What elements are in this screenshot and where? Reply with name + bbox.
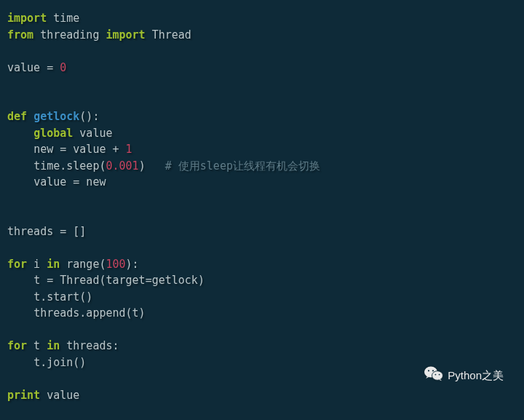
module-threading: threading (40, 28, 99, 41)
num-100: 100 (106, 258, 125, 271)
var-value: value (73, 127, 112, 140)
code-line-7: def getlock(): (7, 110, 99, 123)
indent (7, 143, 33, 156)
kw-from: from (7, 28, 33, 41)
code-line-19: threads.append(t) (7, 306, 146, 320)
module-time: time (53, 12, 79, 25)
code-line-18: t.start() (7, 290, 92, 304)
kw-in: in (47, 258, 60, 271)
assign-new: new = value + (33, 143, 125, 156)
code-line-21: for t in threads: (7, 339, 119, 352)
threads-append: threads.append(t) (33, 306, 146, 320)
watermark: Python之美 (406, 349, 504, 403)
comment-sleep: # 使用sleep让线程有机会切换 (165, 159, 320, 173)
end-colon: ): (126, 258, 139, 271)
code-line-9: new = value + 1 (7, 143, 132, 156)
code-line-8: global value (7, 127, 113, 140)
code-line-11: value = new (7, 175, 106, 189)
range-call: range( (60, 258, 106, 271)
thread-create: t = Thread(target=getlock) (33, 274, 205, 287)
indent (7, 306, 33, 320)
sp (40, 389, 47, 402)
watermark-text: Python之美 (448, 368, 504, 384)
code-line-17: t = Thread(target=getlock) (7, 274, 205, 287)
kw-print: print (7, 389, 40, 402)
kw-in: in (47, 339, 60, 352)
parens: (): (79, 110, 99, 123)
fn-getlock: getlock (33, 110, 79, 123)
num-1: 1 (126, 143, 132, 156)
indent (7, 274, 33, 287)
wechat-icon (406, 349, 443, 403)
iter-threads: threads: (60, 339, 119, 352)
var-i: i (27, 258, 47, 271)
code-block: import time from threading import Thread… (0, 0, 524, 420)
code-line-4: value = 0 (7, 61, 66, 74)
kw-import: import (7, 12, 47, 25)
code-line-22: t.join() (7, 356, 86, 369)
kw-global: global (33, 127, 73, 140)
indent (7, 290, 33, 304)
class-thread: Thread (152, 28, 191, 41)
op-eq: = (40, 61, 60, 74)
assign-value: value = new (33, 175, 106, 189)
code-line-2: from threading import Thread (7, 28, 191, 41)
svg-point-5 (435, 374, 437, 376)
indent (7, 356, 33, 369)
code-line-14: threads = [] (7, 225, 86, 238)
indent (7, 159, 33, 173)
var-value: value (7, 61, 40, 74)
gap (146, 159, 165, 173)
svg-point-6 (439, 374, 440, 376)
svg-point-4 (432, 370, 434, 371)
thread-start: t.start() (33, 290, 92, 304)
code-line-24: print value (7, 389, 79, 402)
call-sleep: time.sleep( (33, 159, 106, 173)
code-line-10: time.sleep(0.001) # 使用sleep让线程有机会切换 (7, 159, 320, 173)
code-line-1: import time (7, 12, 79, 25)
code-line-16: for i in range(100): (7, 258, 139, 271)
threads-init: threads = [] (7, 225, 86, 238)
indent (7, 127, 33, 140)
indent (7, 175, 33, 189)
thread-join: t.join() (33, 356, 86, 369)
kw-import: import (106, 28, 145, 41)
var-value: value (47, 389, 79, 402)
num-0001: 0.001 (106, 159, 138, 173)
svg-point-3 (428, 370, 429, 371)
num-0: 0 (60, 61, 66, 74)
kw-for: for (7, 258, 27, 271)
kw-def: def (7, 110, 27, 123)
var-t: t (27, 339, 47, 352)
close-paren: ) (139, 159, 146, 173)
kw-for: for (7, 339, 27, 352)
